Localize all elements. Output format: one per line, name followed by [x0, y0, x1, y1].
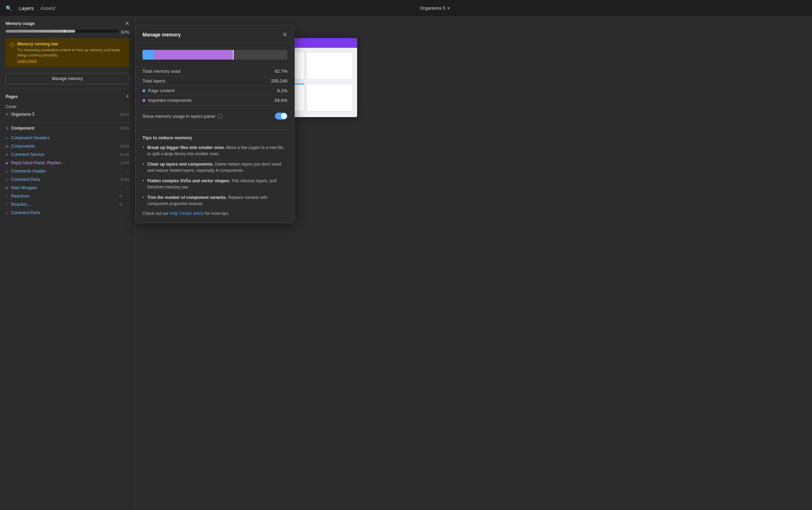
tab-assets[interactable]: Assets•: [41, 5, 56, 11]
hamburger-icon: ≡: [6, 125, 8, 131]
layer-pct-reaction: --: [127, 202, 129, 206]
stats-label-total-layers: Total layers: [142, 78, 165, 83]
tips-section: Tips to reduce memory Break up bigger fi…: [142, 129, 287, 216]
layer-name-main-wrapper: Main Wrapper: [11, 185, 124, 190]
layer-name-comment-parts-1: Comment Parts: [11, 177, 118, 182]
layer-name-reactions: Reactions: [11, 194, 116, 199]
main-layout: Memory usage ✕ 62% ⓘ Memory running low …: [0, 17, 812, 510]
layer-item-comment-parts-2[interactable]: ◇ Comment Parts --: [0, 209, 135, 217]
tip-item-2: Flatten complex SVGs and vector shapes. …: [142, 178, 287, 190]
component-layer-pct: 8.1%: [121, 126, 129, 130]
layer-name-comment-service: Comment Service: [11, 152, 118, 157]
reactions-eye-icon: 👁: [119, 194, 123, 198]
layers-section: ≡ Component 8.1% ◇ Component Headers -- …: [0, 123, 135, 217]
modal-memory-bar-purple: [154, 50, 233, 60]
memory-usage-title: Memory usage: [6, 21, 35, 26]
toggle-label-text: Show memory usage in layers panel: [142, 114, 215, 119]
help-center-link[interactable]: Help Center article: [170, 211, 204, 216]
layer-item-components[interactable]: ⊞ Components 8.1%: [0, 142, 135, 150]
page-organisms-pct: 8.1%: [121, 112, 129, 116]
modal-close-button[interactable]: ✕: [282, 31, 287, 38]
stats-row-total-memory: Total memory used 62.7%: [142, 67, 287, 76]
stats-value-total-layers: 200,240: [271, 78, 287, 83]
reactions-icon: ✧: [6, 194, 8, 198]
frame-icon-2: ⊞: [6, 186, 8, 190]
layer-name-component-headers: Component Headers: [11, 135, 124, 140]
toggle-knob: [281, 113, 287, 119]
memory-bar-fill: [6, 30, 75, 33]
modal-header: Manage memory ✕: [136, 25, 294, 43]
modal-body: Total memory used 62.7% Total layers 200…: [136, 43, 294, 223]
page-item-organisms[interactable]: ✓ Organisms 5 8.1%: [6, 111, 129, 118]
component-layer-name: Component: [11, 126, 118, 131]
tips-footer: Check out our Help Center article for mo…: [142, 211, 287, 216]
tab-layers[interactable]: Layers: [19, 6, 34, 11]
learn-more-link[interactable]: Learn more: [17, 59, 37, 63]
tips-footer-text: Check out our: [142, 211, 170, 216]
layer-pct-reply-input: 1.2%: [121, 161, 129, 165]
layer-group-component[interactable]: ≡ Component 8.1%: [0, 123, 135, 134]
warning-content: Memory running low Try removing unneeded…: [17, 42, 125, 63]
add-page-button[interactable]: +: [126, 93, 129, 100]
layer-item-reply-input[interactable]: ◆ Reply Input=False, Replies ... 1.2%: [0, 159, 135, 167]
stats-row-page-content: Page content 8.1%: [142, 86, 287, 96]
layer-name-comment-parts-2: Comment Parts: [11, 210, 124, 215]
layer-pct-component-headers: --: [127, 136, 129, 140]
layer-item-reactions[interactable]: ✧ Reactions 👁 --: [0, 192, 135, 200]
stats-label-page-content-text: Page content: [148, 88, 175, 93]
preview-item-8: [306, 83, 353, 111]
assets-label: Assets: [41, 6, 55, 11]
layer-item-component-headers[interactable]: ◇ Component Headers --: [0, 134, 135, 142]
tips-list: Break up bigger files into smaller ones.…: [142, 144, 287, 207]
search-icon[interactable]: 🔍: [6, 5, 12, 11]
pages-section: Pages + Cover -- ✓ Organisms 5 8.1%: [0, 89, 135, 123]
layer-item-main-wrapper[interactable]: ⊞ Main Wrapper --: [0, 184, 135, 192]
memory-usage-section: Memory usage ✕ 62% ⓘ Memory running low …: [0, 17, 135, 89]
layer-item-comment-service[interactable]: ✦ Comment Service 8.1%: [0, 150, 135, 159]
memory-usage-header: Memory usage ✕: [6, 21, 129, 26]
close-memory-usage-button[interactable]: ✕: [125, 21, 129, 26]
modal-title: Manage memory: [142, 32, 181, 37]
tips-footer-end: for more tips.: [205, 211, 230, 216]
tip-bold-3: Trim the number of component variants.: [147, 195, 227, 200]
preview-item-4: [306, 52, 353, 80]
memory-warning: ⓘ Memory running low Try removing unneed…: [6, 38, 129, 67]
layer-item-comment-parts-1[interactable]: ◇ Comment Parts 0.1%: [0, 175, 135, 184]
tip-bold-1: Clean up layers and components.: [147, 162, 214, 167]
diamond-icon-3: ◇: [6, 178, 8, 182]
memory-bar-marker: [64, 30, 65, 33]
warning-title: Memory running low: [17, 42, 125, 46]
page-cover-name: Cover: [6, 104, 17, 109]
dot-blue: [142, 89, 145, 92]
layer-item-comments-header[interactable]: ◇ Comments Header --: [0, 167, 135, 175]
component-icon: ✦: [6, 153, 8, 157]
warning-icon: ⓘ: [10, 42, 15, 48]
frame-icon: ⊞: [6, 144, 8, 148]
layer-pct-comment-service: 8.1%: [121, 152, 129, 157]
page-organisms-name: Organisms 5: [11, 112, 35, 117]
page-item-cover[interactable]: Cover --: [6, 103, 129, 111]
nav-center-title[interactable]: Organisms 5: [420, 6, 446, 11]
modal-memory-bar-blue: [142, 50, 154, 60]
info-icon[interactable]: i: [217, 113, 223, 119]
layer-item-reaction[interactable]: ✧ Reaction ... 👁 --: [0, 200, 135, 209]
diamond-icon-4: ◇: [6, 211, 8, 215]
layer-name-comments-header: Comments Header: [11, 169, 124, 174]
warning-text: Try removing unneeded content to free up…: [17, 47, 125, 63]
manage-memory-button[interactable]: Manage memory: [6, 73, 129, 84]
warning-body-text: Try removing unneeded content to free up…: [17, 48, 120, 57]
chevron-down-icon[interactable]: ▾: [447, 6, 450, 11]
instance-icon: ◆: [6, 161, 8, 165]
toggle-switch[interactable]: [275, 113, 287, 120]
top-nav: 🔍 Layers Assets• Organisms 5 ▾: [0, 0, 812, 17]
page-cover-pct: --: [127, 105, 129, 109]
tip-item-1: Clean up layers and components. Delete h…: [142, 161, 287, 174]
modal-memory-bar: [142, 50, 287, 60]
stats-row-total-layers: Total layers 200,240: [142, 76, 287, 86]
diamond-icon: ◇: [6, 136, 8, 140]
layer-pct-comments-header: --: [127, 169, 129, 173]
pages-header: Pages +: [6, 93, 129, 100]
breadcrumb: Organisms 5 ▾: [420, 6, 450, 11]
reaction-icon: ✧: [6, 203, 8, 206]
tip-item-0: Break up bigger files into smaller ones.…: [142, 144, 287, 157]
